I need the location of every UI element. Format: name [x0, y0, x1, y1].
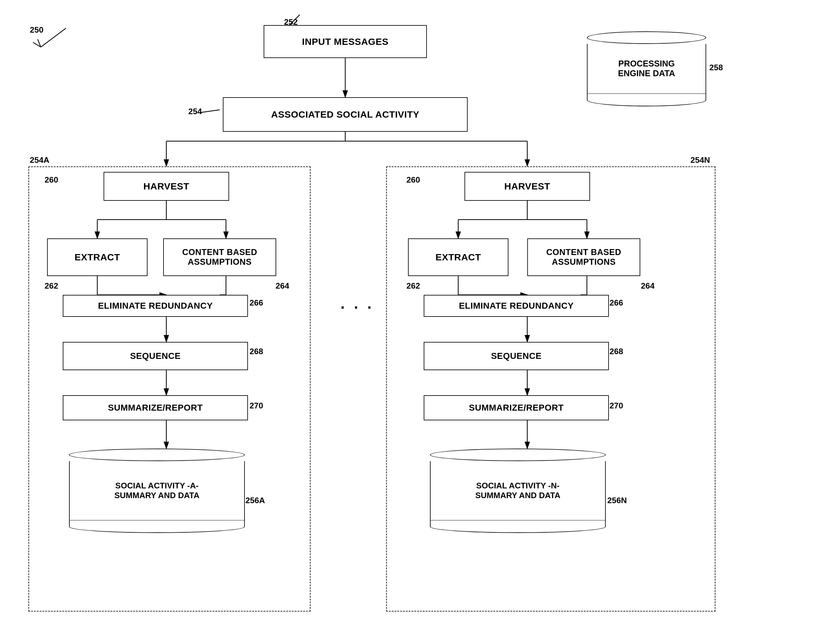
- input-messages-box: INPUT MESSAGES: [264, 25, 427, 58]
- ref-254a: 254A: [30, 155, 49, 165]
- summarize-left-box: SUMMARIZE/REPORT: [63, 395, 248, 420]
- ellipsis: . . .: [340, 295, 374, 312]
- left-panel: [28, 166, 311, 612]
- svg-line-31: [41, 28, 66, 47]
- svg-line-32: [33, 42, 41, 47]
- ref-264-l: 264: [276, 281, 289, 291]
- social-data-n-cylinder: SOCIAL ACTIVITY -N- SUMMARY AND DATA: [430, 449, 606, 533]
- summarize-right-box: SUMMARIZE/REPORT: [424, 395, 609, 420]
- content-right-box: CONTENT BASED ASSUMPTIONS: [527, 238, 640, 276]
- content-left-box: CONTENT BASED ASSUMPTIONS: [163, 238, 276, 276]
- harvest-left-box: HARVEST: [104, 172, 229, 201]
- ref-256n: 256N: [607, 496, 627, 506]
- elim-right-box: ELIMINATE REDUNDANCY: [424, 295, 609, 317]
- svg-line-33: [37, 39, 41, 47]
- social-data-a-cylinder: SOCIAL ACTIVITY -A- SUMMARY AND DATA: [69, 449, 245, 533]
- associated-social-box: ASSOCIATED SOCIAL ACTIVITY: [223, 97, 468, 132]
- ref-250: 250: [30, 25, 43, 35]
- ref-262-r: 262: [406, 281, 420, 291]
- ref-258: 258: [709, 63, 723, 73]
- right-panel: [386, 166, 716, 612]
- ref-252: 252: [284, 17, 298, 27]
- ref-266-r: 266: [610, 298, 623, 308]
- ref-256a: 256A: [245, 496, 265, 506]
- ref-254n: 254N: [690, 155, 710, 165]
- ref-260-l: 260: [45, 175, 58, 185]
- ref-270-l: 270: [250, 401, 263, 411]
- extract-right-box: EXTRACT: [408, 238, 509, 276]
- ref-270-r: 270: [610, 401, 623, 411]
- ref-262-l: 262: [45, 281, 58, 291]
- ref-266-l: 266: [250, 298, 263, 308]
- harvest-right-box: HARVEST: [465, 172, 590, 201]
- ref-254: 254: [188, 107, 202, 117]
- ref-268-l: 268: [250, 347, 263, 356]
- ref-268-r: 268: [610, 347, 623, 356]
- ref-264-r: 264: [641, 281, 654, 291]
- elim-left-box: ELIMINATE REDUNDANCY: [63, 295, 248, 317]
- extract-left-box: EXTRACT: [47, 238, 148, 276]
- sequence-left-box: SEQUENCE: [63, 342, 248, 370]
- ref-260-r: 260: [406, 175, 420, 185]
- sequence-right-box: SEQUENCE: [424, 342, 609, 370]
- processing-engine-cylinder: PROCESSING ENGINE DATA: [587, 31, 706, 107]
